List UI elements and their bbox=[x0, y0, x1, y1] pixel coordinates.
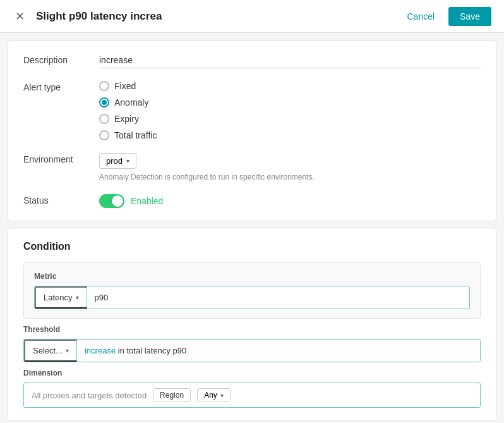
threshold-dropdown-label: Select... bbox=[33, 346, 63, 355]
threshold-dropdown[interactable]: Select... ▾ bbox=[24, 340, 77, 362]
threshold-box: Threshold Select... ▾ increase in total … bbox=[23, 325, 481, 362]
condition-section: Condition Metric Latency ▾ p90 Threshold… bbox=[8, 228, 496, 421]
threshold-field: Select... ▾ increase in total latency p9… bbox=[23, 339, 481, 362]
close-button[interactable]: ✕ bbox=[13, 8, 27, 25]
threshold-label: Threshold bbox=[23, 325, 481, 334]
threshold-chevron-icon: ▾ bbox=[66, 347, 69, 354]
dimension-any-dropdown[interactable]: Any ▾ bbox=[197, 388, 231, 402]
environment-dropdown[interactable]: prod ▾ bbox=[99, 153, 136, 169]
page-title: Slight p90 latency increa bbox=[36, 10, 162, 23]
form-section: Description Alert type Fixed Anomaly Exp… bbox=[8, 40, 496, 221]
alert-type-row: Alert type Fixed Anomaly Expiry Total tr… bbox=[23, 81, 481, 140]
status-toggle-row: Enabled bbox=[99, 194, 481, 208]
dimension-chevron-icon: ▾ bbox=[220, 392, 224, 399]
dimension-box: Dimension All proxies and targets detect… bbox=[23, 369, 481, 408]
status-control: Enabled bbox=[99, 194, 481, 208]
status-value: Enabled bbox=[131, 196, 163, 206]
header-actions: Cancel Save bbox=[399, 7, 491, 26]
chevron-down-icon: ▾ bbox=[126, 157, 129, 164]
dimension-any-label: Any bbox=[204, 391, 217, 400]
radio-circle-anomaly bbox=[99, 97, 109, 107]
description-row: Description bbox=[23, 54, 481, 68]
alert-type-label: Alert type bbox=[23, 81, 99, 92]
metric-label: Metric bbox=[34, 272, 470, 281]
environment-label: Environment bbox=[23, 153, 99, 164]
dimension-text: All proxies and targets detected bbox=[32, 391, 147, 400]
alert-type-control: Fixed Anomaly Expiry Total traffic bbox=[99, 81, 481, 140]
description-label: Description bbox=[23, 54, 99, 65]
dimension-label: Dimension bbox=[23, 369, 481, 377]
cancel-button[interactable]: Cancel bbox=[399, 7, 442, 26]
dimension-region-button[interactable]: Region bbox=[153, 388, 191, 402]
description-input[interactable] bbox=[99, 54, 481, 68]
radio-label-fixed: Fixed bbox=[114, 81, 136, 91]
environment-note: Anomaly Detection is configured to run i… bbox=[99, 173, 481, 181]
radio-circle-fixed bbox=[99, 81, 109, 91]
metric-dropdown-label: Latency bbox=[44, 293, 73, 302]
dimension-field: All proxies and targets detected Region … bbox=[23, 383, 481, 408]
status-toggle[interactable] bbox=[99, 194, 124, 208]
radio-label-anomaly: Anomaly bbox=[114, 97, 148, 107]
threshold-suffix: in total latency p90 bbox=[118, 346, 186, 355]
condition-title: Condition bbox=[23, 241, 481, 252]
radio-circle-total-traffic bbox=[99, 130, 109, 140]
environment-value: prod bbox=[106, 156, 123, 166]
radio-anomaly[interactable]: Anomaly bbox=[99, 97, 481, 107]
threshold-prefix: increase bbox=[85, 346, 116, 355]
radio-total-traffic[interactable]: Total traffic bbox=[99, 130, 481, 140]
radio-fixed[interactable]: Fixed bbox=[99, 81, 481, 91]
metric-dropdown[interactable]: Latency ▾ bbox=[35, 286, 87, 309]
radio-group: Fixed Anomaly Expiry Total traffic bbox=[99, 81, 481, 140]
radio-expiry[interactable]: Expiry bbox=[99, 114, 481, 124]
radio-circle-expiry bbox=[99, 114, 109, 124]
metric-chevron-icon: ▾ bbox=[76, 294, 79, 301]
save-button[interactable]: Save bbox=[448, 7, 491, 26]
metric-value: p90 bbox=[87, 288, 469, 307]
header-left: ✕ Slight p90 latency increa bbox=[13, 8, 162, 25]
metric-box: Metric Latency ▾ p90 bbox=[23, 262, 481, 319]
environment-control: prod ▾ Anomaly Detection is configured t… bbox=[99, 153, 481, 181]
status-row: Status Enabled bbox=[23, 194, 481, 208]
threshold-value: increase in total latency p90 bbox=[77, 341, 480, 360]
radio-label-expiry: Expiry bbox=[114, 114, 139, 124]
description-control bbox=[99, 54, 481, 68]
environment-row: Environment prod ▾ Anomaly Detection is … bbox=[23, 153, 481, 181]
radio-label-total-traffic: Total traffic bbox=[114, 130, 157, 140]
header: ✕ Slight p90 latency increa Cancel Save bbox=[0, 0, 504, 33]
status-label: Status bbox=[23, 194, 99, 205]
metric-field: Latency ▾ p90 bbox=[34, 286, 470, 309]
